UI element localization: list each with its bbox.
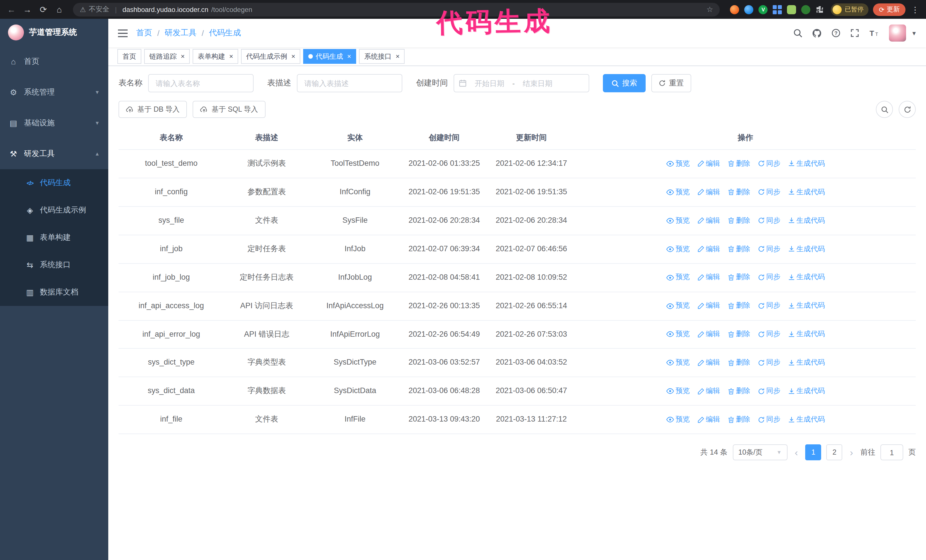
extension-icon-darkgreen[interactable]: [802, 5, 811, 14]
tab-close-icon[interactable]: ×: [347, 53, 351, 60]
refresh-button[interactable]: [899, 101, 916, 118]
extension-icon-lightgreen[interactable]: [787, 5, 796, 14]
fullscreen-icon[interactable]: [850, 29, 859, 38]
delete-link[interactable]: 删除: [728, 386, 750, 397]
toggle-search-button[interactable]: [876, 101, 893, 118]
generate-code-link[interactable]: 生成代码: [788, 329, 825, 340]
delete-link[interactable]: 删除: [728, 414, 750, 425]
generate-code-link[interactable]: 生成代码: [788, 357, 825, 368]
preview-link[interactable]: 预览: [666, 386, 690, 397]
update-button[interactable]: ⟳ 更新: [873, 3, 905, 16]
edit-link[interactable]: 编辑: [697, 300, 720, 312]
forward-button[interactable]: →: [22, 5, 33, 14]
sync-link[interactable]: 同步: [758, 357, 781, 368]
generate-code-link[interactable]: 生成代码: [788, 414, 825, 425]
edit-link[interactable]: 编辑: [697, 329, 720, 340]
sidebar-item-system[interactable]: ⚙ 系统管理 ▼: [0, 77, 108, 108]
sync-link[interactable]: 同步: [758, 300, 781, 312]
generate-code-link[interactable]: 生成代码: [788, 243, 825, 255]
address-bar[interactable]: ⚠ 不安全 | dashboard.yudao.iocoder.cn/tool/…: [73, 3, 720, 16]
preview-link[interactable]: 预览: [666, 414, 690, 425]
user-avatar[interactable]: [889, 24, 906, 42]
import-db-button[interactable]: 基于 DB 导入: [118, 101, 187, 118]
generate-code-link[interactable]: 生成代码: [788, 158, 825, 169]
preview-link[interactable]: 预览: [666, 329, 690, 340]
extension-icon-green-v[interactable]: V: [759, 5, 768, 14]
preview-link[interactable]: 预览: [666, 187, 690, 198]
sync-link[interactable]: 同步: [758, 329, 781, 340]
sidebar-logo[interactable]: 芋道管理系统: [0, 19, 108, 46]
prev-page-button[interactable]: ‹: [792, 447, 800, 457]
delete-link[interactable]: 删除: [728, 357, 750, 368]
preview-link[interactable]: 预览: [666, 300, 690, 312]
tab-close-icon[interactable]: ×: [395, 53, 399, 60]
generate-code-link[interactable]: 生成代码: [788, 386, 825, 397]
delete-link[interactable]: 删除: [728, 187, 750, 198]
reload-button[interactable]: ⟳: [38, 4, 49, 15]
view-tab[interactable]: 表单构建 ×: [193, 49, 238, 64]
edit-link[interactable]: 编辑: [697, 158, 720, 169]
sidebar-item-form-builder[interactable]: ▦ 表单构建: [0, 224, 108, 251]
edit-link[interactable]: 编辑: [697, 414, 720, 425]
edit-link[interactable]: 编辑: [697, 357, 720, 368]
delete-link[interactable]: 删除: [728, 215, 750, 226]
avatar-caret-icon[interactable]: ▼: [911, 30, 917, 36]
generate-code-link[interactable]: 生成代码: [788, 215, 825, 226]
help-icon[interactable]: ?: [831, 29, 841, 38]
edit-link[interactable]: 编辑: [697, 272, 720, 283]
edit-link[interactable]: 编辑: [697, 386, 720, 397]
start-date-input[interactable]: [469, 78, 510, 88]
breadcrumb-devtools[interactable]: 研发工具: [165, 28, 197, 38]
tab-close-icon[interactable]: ×: [291, 53, 295, 60]
delete-link[interactable]: 删除: [728, 329, 750, 340]
preview-link[interactable]: 预览: [666, 158, 690, 169]
search-button[interactable]: 搜索: [603, 74, 646, 92]
view-tab[interactable]: 代码生成 ×: [303, 49, 356, 64]
table-name-input[interactable]: [148, 74, 254, 92]
page-size-select[interactable]: 10条/页 ▼: [732, 444, 787, 460]
generate-code-link[interactable]: 生成代码: [788, 272, 825, 283]
puzzle-icon[interactable]: [816, 5, 824, 14]
preview-link[interactable]: 预览: [666, 357, 690, 368]
sidebar-item-codegen-demo[interactable]: ◈ 代码生成示例: [0, 196, 108, 224]
breadcrumb-home[interactable]: 首页: [136, 28, 152, 38]
sidebar-item-codegen[interactable]: </> 代码生成: [0, 169, 108, 196]
extension-icon-grid[interactable]: [773, 5, 782, 14]
end-date-input[interactable]: [517, 78, 558, 88]
goto-page-input[interactable]: [881, 444, 903, 460]
extension-icon-blue[interactable]: [744, 5, 754, 14]
bookmark-star-icon[interactable]: ☆: [706, 5, 713, 14]
tab-close-icon[interactable]: ×: [181, 53, 185, 60]
font-size-icon[interactable]: TT: [869, 29, 879, 38]
preview-link[interactable]: 预览: [666, 243, 690, 255]
table-desc-input[interactable]: [297, 74, 402, 92]
sidebar-item-devtools[interactable]: ⚒ 研发工具 ▲: [0, 139, 108, 169]
security-label[interactable]: 不安全: [89, 5, 109, 14]
reset-button[interactable]: 重置: [651, 74, 691, 92]
extension-icon-orange[interactable]: [730, 5, 739, 14]
preview-link[interactable]: 预览: [666, 272, 690, 283]
search-icon[interactable]: [793, 29, 802, 38]
preview-link[interactable]: 预览: [666, 215, 690, 226]
hamburger-icon[interactable]: [117, 28, 128, 38]
sidebar-item-infra[interactable]: ▤ 基础设施 ▼: [0, 108, 108, 139]
view-tab[interactable]: 系统接口 ×: [359, 49, 405, 64]
sync-link[interactable]: 同步: [758, 215, 781, 226]
sidebar-item-home[interactable]: ⌂ 首页: [0, 46, 108, 77]
delete-link[interactable]: 删除: [728, 243, 750, 255]
delete-link[interactable]: 删除: [728, 300, 750, 312]
sync-link[interactable]: 同步: [758, 386, 781, 397]
sync-link[interactable]: 同步: [758, 187, 781, 198]
next-page-button[interactable]: ›: [848, 447, 855, 457]
sidebar-item-db-doc[interactable]: ▥ 数据库文档: [0, 279, 108, 306]
import-sql-button[interactable]: 基于 SQL 导入: [193, 101, 266, 118]
tab-close-icon[interactable]: ×: [229, 53, 233, 60]
generate-code-link[interactable]: 生成代码: [788, 187, 825, 198]
page-number-button[interactable]: 2: [826, 444, 843, 460]
date-range-picker[interactable]: -: [454, 74, 589, 92]
page-number-button[interactable]: 1: [805, 444, 822, 460]
home-button[interactable]: ⌂: [54, 5, 65, 14]
sync-link[interactable]: 同步: [758, 272, 781, 283]
edit-link[interactable]: 编辑: [697, 243, 720, 255]
delete-link[interactable]: 删除: [728, 158, 750, 169]
